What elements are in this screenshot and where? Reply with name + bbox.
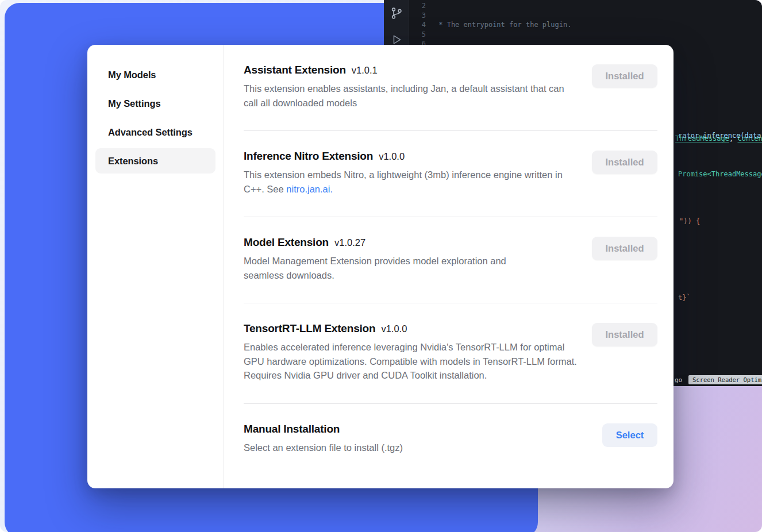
- extension-version: v1.0.0: [379, 151, 405, 162]
- extension-version: v1.0.0: [381, 323, 407, 334]
- extension-description: This extension embeds Nitro, a lightweig…: [244, 168, 576, 196]
- extensions-panel: Assistant Extension v1.0.1 This extensio…: [224, 45, 674, 488]
- extension-info: Model Extension v1.0.27 Model Management…: [244, 236, 531, 282]
- extension-info: TensortRT-LLM Extension v1.0.0 Enables a…: [244, 322, 584, 383]
- line-number: 3: [409, 11, 426, 21]
- code-fragment: ")) {: [679, 217, 700, 225]
- extension-row-tensorrt-llm: TensortRT-LLM Extension v1.0.0 Enables a…: [244, 303, 657, 404]
- select-file-button[interactable]: Select: [602, 423, 657, 447]
- extension-title: TensortRT-LLM Extension: [244, 322, 375, 335]
- extension-description: Model Management Extension provides mode…: [244, 254, 531, 282]
- code-fragment: t}`: [678, 294, 691, 302]
- sidebar-item-advanced-settings[interactable]: Advanced Settings: [95, 119, 215, 145]
- nitro-jan-ai-link[interactable]: nitro.jan.ai.: [286, 184, 333, 194]
- screen-reader-status-chip: Screen Reader Optimize: [688, 375, 762, 384]
- settings-modal: My Models My Settings Advanced Settings …: [87, 45, 674, 488]
- extension-version: v1.0.27: [334, 237, 365, 248]
- extension-title: Assistant Extension: [244, 64, 346, 76]
- sidebar-item-label: My Settings: [108, 98, 161, 109]
- manual-installation-description: Select an extension file to install (.tg…: [244, 441, 403, 455]
- editor-line-numbers: 2 3 4 5 6: [409, 1, 426, 49]
- extension-title: Inference Nitro Extension: [244, 150, 373, 163]
- manual-installation-title: Manual Installation: [244, 423, 340, 435]
- screenshot-canvas: 2 3 4 5 6 * The entrypoint for the plugi…: [0, 0, 762, 532]
- sidebar-item-my-settings[interactable]: My Settings: [95, 91, 215, 116]
- extension-row-assistant: Assistant Extension v1.0.1 This extensio…: [244, 62, 657, 131]
- extension-info: Manual Installation Select an extension …: [244, 423, 403, 455]
- line-number: 4: [409, 20, 426, 30]
- installed-button[interactable]: Installed: [592, 64, 657, 88]
- sidebar-item-my-models[interactable]: My Models: [95, 62, 215, 87]
- installed-button[interactable]: Installed: [592, 237, 657, 260]
- sidebar-item-label: My Models: [108, 70, 156, 80]
- sidebar-item-extensions[interactable]: Extensions: [95, 148, 215, 174]
- line-number: 2: [409, 1, 426, 11]
- sidebar-item-label: Advanced Settings: [108, 127, 193, 138]
- extension-description: Enables accelerated inference leveraging…: [244, 340, 584, 383]
- code-fragment: rator.inference(data));: [678, 132, 762, 140]
- extension-row-model: Model Extension v1.0.27 Model Management…: [244, 217, 657, 303]
- manual-installation-row: Manual Installation Select an extension …: [244, 404, 657, 455]
- extension-title: Model Extension: [244, 236, 329, 249]
- extension-row-inference-nitro: Inference Nitro Extension v1.0.0 This ex…: [244, 131, 657, 217]
- settings-sidebar: My Models My Settings Advanced Settings …: [87, 45, 224, 488]
- code-fragment: Promise<ThreadMessage>: [678, 170, 762, 178]
- extension-info: Inference Nitro Extension v1.0.0 This ex…: [244, 150, 576, 196]
- extension-version: v1.0.1: [352, 65, 378, 76]
- extension-description: This extension enables assistants, inclu…: [244, 82, 576, 110]
- extension-info: Assistant Extension v1.0.1 This extensio…: [244, 64, 576, 110]
- status-bar-text: go: [675, 376, 682, 384]
- line-number: 5: [409, 30, 426, 40]
- installed-button[interactable]: Installed: [592, 323, 657, 346]
- sidebar-item-label: Extensions: [108, 156, 158, 167]
- code-line: * The entrypoint for the plugin.: [434, 20, 762, 30]
- source-control-icon[interactable]: [389, 6, 404, 21]
- installed-button[interactable]: Installed: [592, 151, 657, 174]
